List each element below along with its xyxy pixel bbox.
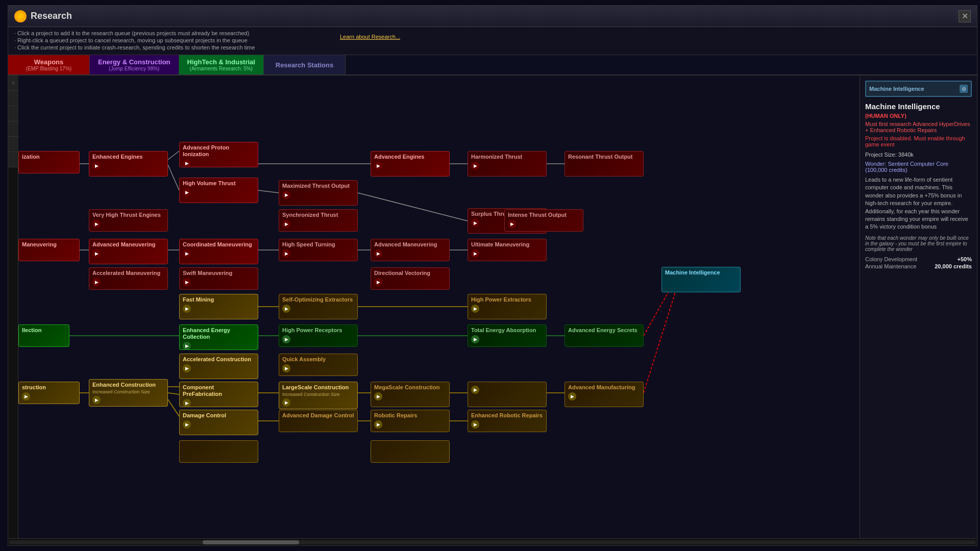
node-adv-manufacturing[interactable]: Advanced Manufacturing▶ — [565, 382, 644, 407]
node-intense-thrust[interactable]: Intense Thrust Output▶ — [504, 209, 583, 232]
node-icons-robotic-repairs: ▶ — [374, 420, 446, 429]
wonder-value: Wonder: Sentient Computer Core (100,000 … — [865, 161, 948, 173]
node-label-adv-energy-secrets: Advanced Energy Secrets — [568, 327, 640, 334]
node-adv-maneuvering-1[interactable]: Advanced Maneuvering▶ — [89, 239, 168, 264]
node-high-power-extractors[interactable]: High Power Extractors▶ — [468, 294, 547, 319]
node-enhanced-robotic-rep[interactable]: Enhanced Robotic Repairs▶ — [468, 410, 547, 432]
node-adv-maneuvering-2[interactable]: Advanced Maneuvering▶ — [371, 239, 450, 261]
node-label-enhanced-engines: Enhanced Engines — [92, 154, 164, 160]
svg-line-2 — [168, 165, 179, 190]
detail-panel: Machine Intelligence ⚙ Machine Intellige… — [860, 76, 977, 538]
node-fast-mining[interactable]: Fast Mining▶ — [179, 294, 258, 319]
side-icon-2[interactable] — [8, 91, 18, 106]
node-high-speed-turning[interactable]: High Speed Turning▶ — [279, 239, 358, 261]
instruction-3: · Click the current project to initiate … — [14, 44, 971, 51]
node-label-large-scale-const: LargeScale Construction — [282, 384, 354, 391]
node-maneuvering[interactable]: Maneuvering — [18, 239, 80, 261]
node-accel-maneuvering[interactable]: Accelerated Maneuvering▶ — [89, 267, 168, 290]
node-label-ultimate-maneuvering: Ultimate Maneuvering — [471, 241, 543, 248]
node-icons-harmonized-thrust: ▶ — [471, 162, 543, 170]
node-enhanced-construction[interactable]: Enhanced ConstructionIncreased Construct… — [89, 379, 168, 407]
node-label-self-opt-extractors: Self-Optimizing Extractors — [282, 296, 354, 303]
node-swift-maneuvering[interactable]: Swift Maneuvering▶ — [179, 267, 258, 290]
node-icon-damage-control: ▶ — [183, 420, 191, 429]
node-very-high-thrust[interactable]: Very High Thrust Engines▶ — [89, 209, 168, 232]
node-high-power-recept[interactable]: High Power Receptors▶ — [279, 324, 358, 347]
node-icons-high-power-extractors: ▶ — [471, 305, 543, 313]
node-llection[interactable]: llection — [18, 324, 69, 347]
learn-link[interactable]: Learn about Research... — [340, 34, 400, 40]
node-label-high-power-recept: High Power Receptors — [282, 327, 354, 334]
node-icons-adv-maneuvering-1: ▶ — [92, 249, 164, 258]
tab-weapons[interactable]: Weapons (EMP Blasting 17%) — [8, 55, 90, 74]
node-quick-assembly[interactable]: Quick Assembly▶ — [279, 354, 358, 376]
node-machine-intel-node[interactable]: Machine Intelligence — [662, 267, 741, 292]
research-tree-area[interactable]: izationEnhanced Engines▶Advanced Proton … — [18, 76, 860, 538]
node-enhanced-engines[interactable]: Enhanced Engines▶ — [89, 151, 168, 177]
node-advanced-proton-ion[interactable]: Advanced Proton Ionization▶ — [179, 142, 258, 167]
node-ultimate-maneuvering[interactable]: Ultimate Maneuvering▶ — [468, 239, 547, 261]
node-label-enhanced-construction: Enhanced Construction — [92, 382, 164, 388]
node-harmonized-thrust[interactable]: Harmonized Thrust▶ — [468, 151, 547, 177]
instruction-2: · Right-click a queued project to cancel… — [14, 37, 971, 43]
node-label-very-high-thrust: Very High Thrust Engines — [92, 212, 164, 218]
content-area: S — [8, 76, 977, 538]
side-icon-1[interactable]: S — [8, 76, 18, 91]
node-adv-energy-secrets[interactable]: Advanced Energy Secrets — [565, 324, 644, 347]
node-sub-large-scale-const: Increased Construction Size — [282, 392, 354, 397]
detail-wonder: Wonder: Sentient Computer Core (100,000 … — [865, 161, 972, 173]
tab-energy-label: Energy & Construction — [98, 58, 170, 66]
machine-intel-mini-card[interactable]: Machine Intelligence ⚙ — [865, 81, 972, 97]
node-icons-accel-construction: ▶ — [183, 364, 255, 372]
node-icons-enhanced-construction: ▶ — [92, 396, 164, 404]
node-icons-fast-mining: ▶ — [183, 305, 255, 313]
bonus-value-1: 20,000 credits — [935, 263, 972, 269]
node-mystery2[interactable] — [371, 440, 450, 463]
node-ization[interactable]: ization — [18, 151, 80, 173]
close-button[interactable]: ✕ — [959, 10, 971, 22]
node-enhanced-energy-coll[interactable]: Enhanced Energy Collection▶ — [179, 324, 258, 350]
side-icon-4[interactable] — [8, 121, 18, 137]
node-high-volume-thrust[interactable]: High Volume Thrust▶ — [179, 178, 258, 203]
node-label-damage-control: Damage Control — [183, 412, 255, 419]
node-label-adv-maneuvering-1: Advanced Maneuvering — [92, 241, 164, 248]
node-maximized-thrust[interactable]: Maximized Thrust Output▶ — [279, 180, 358, 206]
node-label-intense-thrust: Intense Thrust Output — [508, 212, 580, 218]
node-coordinated-maneuvering[interactable]: Coordinated Maneuvering▶ — [179, 239, 258, 264]
side-icon-5[interactable] — [8, 137, 18, 152]
node-robotic-repairs[interactable]: Robotic Repairs▶ — [371, 410, 450, 432]
node-accel-construction[interactable]: Accelerated Construction▶ — [179, 354, 258, 379]
node-self-opt-extractors[interactable]: Self-Optimizing Extractors▶ — [279, 294, 358, 319]
side-icon-6[interactable] — [8, 152, 18, 167]
tab-hightech-label: HighTech & Industrial — [187, 58, 255, 66]
window-title: Research — [31, 11, 72, 21]
side-icon-3[interactable] — [8, 106, 18, 121]
node-mega2[interactable]: ▶ — [468, 382, 547, 407]
node-component-prefab[interactable]: Component PreFabrication▶ — [179, 382, 258, 407]
node-adv-engines-2[interactable]: Advanced Engines▶ — [371, 151, 450, 177]
tab-stations[interactable]: Research Stations — [264, 55, 346, 74]
node-icon-accel-maneuvering: ▶ — [92, 278, 101, 286]
node-icons-enhanced-robotic-rep: ▶ — [471, 420, 543, 429]
node-total-energy-absorb[interactable]: Total Energy Absorption▶ — [468, 324, 547, 347]
tab-weapons-sub: (EMP Blasting 17%) — [26, 66, 71, 71]
node-struction[interactable]: struction▶ — [18, 382, 80, 404]
bonus-label-1: Annual Maintenance — [865, 263, 916, 269]
bonus-row-0: Colony Development +50% — [865, 256, 972, 262]
node-sync-thrust[interactable]: Synchronized Thrust▶ — [279, 209, 358, 232]
tab-energy[interactable]: Energy & Construction (Jump Efficiency 9… — [90, 55, 179, 74]
node-icons-high-speed-turning: ▶ — [282, 249, 354, 258]
node-mega-scale-const[interactable]: MegaScale Construction▶ — [371, 382, 450, 407]
node-adv-damage-control[interactable]: Advanced Damage Control — [279, 410, 358, 432]
node-directional-vectoring[interactable]: Directional Vectoring▶ — [371, 267, 450, 290]
node-large-scale-const[interactable]: LargeScale ConstructionIncreased Constru… — [279, 382, 358, 409]
tab-hightech[interactable]: HighTech & Industrial (Armaments Researc… — [179, 55, 264, 74]
node-icon-advanced-proton-ion: ▶ — [183, 159, 191, 167]
detail-desc: Leads to a new life-form of sentient com… — [865, 176, 972, 231]
bottom-scrollbar[interactable] — [8, 538, 977, 545]
node-resonant-thrust[interactable]: Resonant Thrust Output — [565, 151, 644, 177]
node-mystery1[interactable] — [179, 440, 258, 463]
node-damage-control[interactable]: Damage Control▶ — [179, 410, 258, 435]
node-icon-self-opt-extractors: ▶ — [282, 305, 290, 313]
scrollbar-thumb[interactable] — [203, 540, 299, 544]
